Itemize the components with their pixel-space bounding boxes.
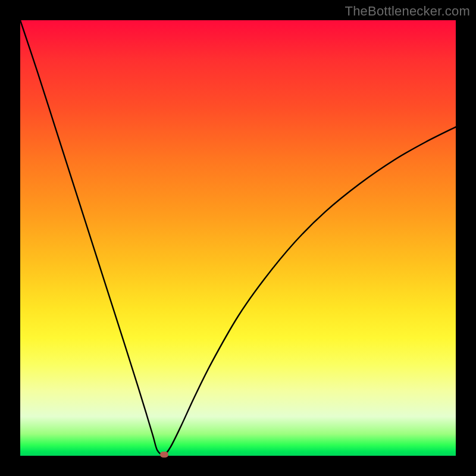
optimum-marker — [160, 452, 168, 458]
watermark-label: TheBottlenecker.com — [345, 4, 470, 19]
chart-frame: TheBottlenecker.com — [0, 0, 476, 476]
bottleneck-curve — [20, 20, 456, 456]
plot-area — [20, 20, 456, 456]
